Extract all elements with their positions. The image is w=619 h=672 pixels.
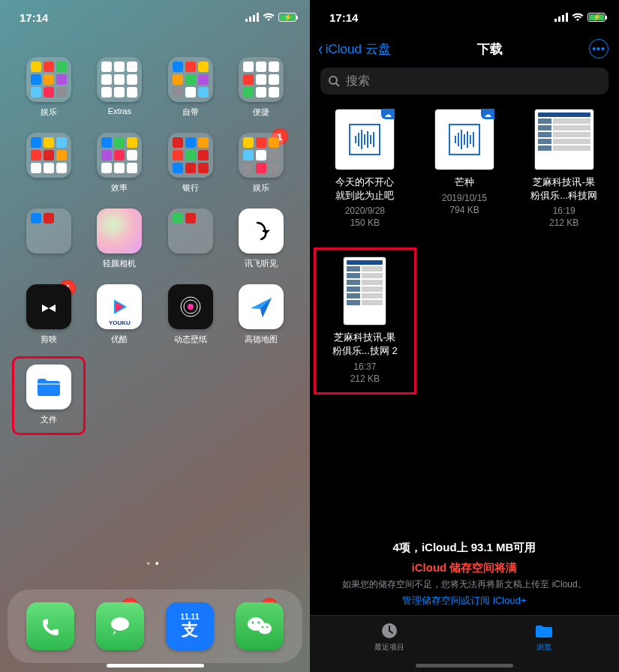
svg-rect-16	[562, 15, 564, 22]
app-qingyan-camera[interactable]: 轻颜相机	[86, 208, 152, 269]
folder-icon	[35, 375, 63, 399]
svg-rect-3	[257, 13, 259, 22]
svg-point-12	[262, 626, 263, 628]
chevron-left-icon: ‹	[318, 39, 323, 58]
dock-wechat[interactable]: 2	[236, 602, 284, 650]
svg-point-18	[329, 76, 337, 84]
folder-misc-3[interactable]	[158, 208, 224, 269]
home-indicator[interactable]	[416, 664, 513, 668]
ellipsis-icon: •••	[592, 43, 605, 55]
cloud-download-icon: ☁	[481, 109, 494, 119]
audio-thumb-icon	[449, 124, 480, 155]
ear-icon	[248, 218, 274, 244]
app-live-wallpaper[interactable]: 动态壁纸	[158, 284, 224, 345]
dock: 2 11.11支 2	[8, 590, 302, 663]
wifi-icon	[572, 13, 584, 22]
svg-rect-0	[245, 19, 248, 22]
svg-point-6	[188, 304, 194, 310]
app-jianying[interactable]: 1 剪映	[16, 284, 82, 345]
file-item-highlighted[interactable]: 芝麻科技讯-果粉俱乐...技网 2 16:37212 KB	[316, 250, 414, 392]
folder-convenience[interactable]: 便捷	[228, 57, 294, 118]
file-item[interactable]: ☁ 今天的不开心就到此为止吧 2020/9/28150 KB	[316, 110, 414, 229]
storage-summary: 4项，iCloud上 93.1 MB可用	[328, 541, 601, 555]
status-indicators: ⚡	[554, 13, 605, 22]
manage-storage-link[interactable]: 管理储存空间或订阅 iCloud+	[328, 594, 601, 608]
folder-misc-2[interactable]	[16, 208, 82, 269]
nav-bar: ‹ iCloud 云盘 下载 •••	[310, 34, 619, 68]
dock-alipay[interactable]: 11.11支	[166, 602, 214, 650]
home-screen: 17:14 ⚡ 娱乐 Extras 自带 便捷	[0, 0, 310, 672]
message-bubble-icon	[107, 613, 134, 640]
wechat-icon	[245, 613, 275, 640]
app-amap[interactable]: 高德地图	[228, 284, 294, 345]
clock-icon	[379, 622, 400, 640]
file-grid: ☁ 今天的不开心就到此为止吧 2020/9/28150 KB ☁ 芒种 2019…	[310, 105, 619, 397]
svg-line-19	[336, 83, 339, 86]
nav-title: 下载	[477, 40, 503, 58]
signal-icon	[554, 13, 568, 22]
status-time: 17:14	[20, 11, 48, 24]
folder-extras[interactable]: Extras	[86, 57, 152, 118]
storage-warning: iCloud 储存空间将满	[328, 561, 601, 575]
svg-point-11	[258, 622, 260, 624]
battery-icon: ⚡	[278, 13, 296, 22]
cloud-download-icon: ☁	[381, 109, 395, 119]
file-item[interactable]: ☁ 芒种 2019/10/15794 KB	[416, 110, 514, 229]
search-input[interactable]: 搜索	[320, 68, 608, 94]
status-bar-left: 17:14 ⚡	[0, 0, 310, 34]
app-xunfei[interactable]: 讯飞听见	[228, 208, 294, 269]
page-indicator[interactable]: ●●	[0, 560, 310, 567]
app-youku[interactable]: YOUKU 优酷	[86, 284, 152, 345]
folder-misc-1[interactable]	[16, 133, 82, 194]
svg-point-10	[252, 622, 254, 624]
status-bar-right: 17:14 ⚡	[310, 0, 619, 34]
files-app-screen: 17:14 ⚡ ‹ iCloud 云盘 下载 ••• 搜索 ☁ 今天的不开心就到…	[310, 0, 619, 672]
svg-point-13	[266, 626, 268, 628]
app-files[interactable]: 文件	[16, 360, 82, 431]
tab-browse[interactable]: 浏览	[533, 622, 554, 652]
dock-messages[interactable]: 2	[96, 602, 144, 650]
search-icon	[328, 75, 340, 87]
svg-rect-1	[249, 16, 251, 22]
youku-icon	[104, 292, 134, 322]
jianying-icon	[36, 294, 62, 320]
svg-rect-14	[554, 19, 557, 22]
folder-entertainment[interactable]: 娱乐	[16, 57, 82, 118]
svg-rect-15	[558, 16, 560, 22]
file-item[interactable]: 芝麻科技讯-果粉俱乐...科技网 16:19212 KB	[515, 110, 613, 229]
folder-entertainment-2[interactable]: 1 娱乐	[228, 133, 294, 194]
home-app-grid: 娱乐 Extras 自带 便捷 效率 银行 1 娱乐	[0, 34, 310, 431]
audio-thumb-icon	[349, 124, 380, 155]
dock-phone[interactable]	[26, 602, 74, 650]
webpage-thumb-icon	[535, 110, 593, 170]
more-options-button[interactable]: •••	[589, 39, 608, 58]
folder-builtin[interactable]: 自带	[158, 57, 224, 118]
paper-plane-icon	[246, 292, 276, 322]
folder-efficiency[interactable]: 效率	[86, 133, 152, 194]
back-button[interactable]: ‹ iCloud 云盘	[317, 39, 391, 58]
storage-help-text: 如果您的储存空间不足，您将无法再将新文稿上传至 iCloud。	[328, 578, 601, 591]
phone-handset-icon	[38, 614, 63, 639]
battery-icon: ⚡	[587, 13, 605, 22]
tab-recents[interactable]: 最近项目	[374, 622, 404, 652]
webpage-thumb-icon	[344, 257, 386, 325]
svg-rect-2	[253, 15, 255, 22]
status-indicators: ⚡	[245, 13, 296, 22]
signal-icon	[245, 13, 259, 22]
home-indicator[interactable]	[107, 664, 204, 668]
storage-info: 4项，iCloud上 93.1 MB可用 iCloud 储存空间将满 如果您的储…	[310, 541, 619, 608]
folder-icon	[533, 622, 554, 640]
folder-bank[interactable]: 银行	[158, 133, 224, 194]
wifi-icon	[263, 13, 275, 22]
circles-icon	[177, 293, 204, 320]
svg-rect-7	[38, 383, 60, 385]
status-time: 17:14	[329, 11, 358, 24]
svg-point-9	[258, 623, 272, 634]
svg-rect-17	[566, 13, 568, 22]
